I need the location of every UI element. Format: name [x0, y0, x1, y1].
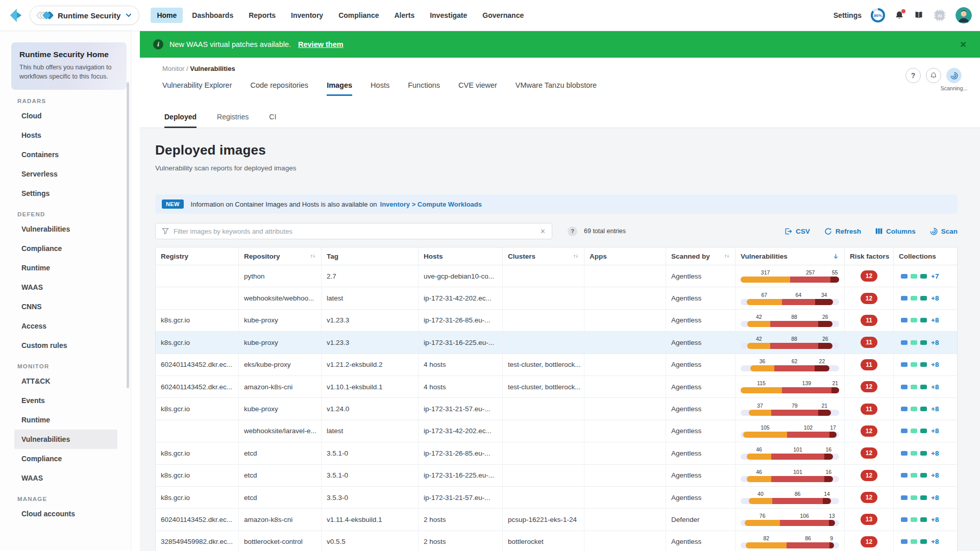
sidebar-item-events[interactable]: Events: [14, 391, 117, 410]
sidebar-item-compliance[interactable]: Compliance: [14, 239, 117, 258]
collections-more-link[interactable]: +8: [931, 383, 939, 391]
filter-help-button[interactable]: ?: [568, 227, 577, 236]
collections-more-link[interactable]: +7: [931, 272, 939, 280]
topnav-item-inventory[interactable]: Inventory: [285, 8, 329, 23]
sidebar-item-settings[interactable]: Settings: [14, 184, 117, 203]
scan-button[interactable]: Scan: [930, 228, 958, 235]
sidebar-item-hosts[interactable]: Hosts: [14, 126, 117, 145]
collections-more-link[interactable]: +8: [931, 516, 939, 523]
risk-factor-badge[interactable]: 12: [861, 470, 877, 481]
tab-hosts[interactable]: Hosts: [371, 81, 389, 96]
ai-assistant-button[interactable]: AI: [933, 9, 946, 22]
risk-factor-badge[interactable]: 12: [861, 536, 877, 547]
topnav-item-compliance[interactable]: Compliance: [332, 8, 385, 23]
subtab-deployed[interactable]: Deployed: [164, 113, 197, 128]
table-row[interactable]: 602401143452.dkr.ec...eks/kube-proxyv1.2…: [156, 354, 957, 376]
docs-button[interactable]: [914, 10, 924, 20]
column-header-scanned-by[interactable]: Scanned by: [666, 247, 736, 265]
filter-input[interactable]: [174, 228, 535, 235]
table-row[interactable]: k8s.gcr.iokube-proxyv1.23.3ip-172-31-26-…: [156, 310, 957, 332]
compute-workloads-link[interactable]: Inventory > Compute Workloads: [380, 201, 482, 208]
risk-factor-badge[interactable]: 11: [861, 337, 877, 348]
table-row[interactable]: k8s.gcr.iokube-proxyv1.23.3ip-172-31-16-…: [156, 332, 957, 354]
risk-factor-badge[interactable]: 12: [861, 293, 877, 304]
columns-button[interactable]: Columns: [875, 228, 916, 235]
risk-factor-badge[interactable]: 13: [861, 514, 877, 525]
sidebar-item-custom-rules[interactable]: Custom rules: [14, 336, 117, 355]
subtab-registries[interactable]: Registries: [217, 113, 249, 128]
risk-factor-badge[interactable]: 12: [861, 381, 877, 392]
sidebar-scrollbar[interactable]: [127, 82, 129, 388]
tab-images[interactable]: Images: [327, 81, 352, 96]
column-header-vulnerabilities[interactable]: Vulnerabilities: [736, 247, 845, 265]
column-header-repository[interactable]: Repository: [239, 247, 322, 265]
scanning-status-button[interactable]: Scanning...: [946, 68, 962, 83]
sidebar-item-vulnerabilities[interactable]: Vulnerabilities: [14, 430, 117, 449]
risk-factor-badge[interactable]: 12: [861, 425, 877, 437]
sidebar-item-serverless[interactable]: Serverless: [14, 164, 117, 184]
settings-link[interactable]: Settings: [834, 11, 862, 19]
sidebar-home-card[interactable]: Runtime Security Home This hub offers yo…: [11, 42, 127, 90]
topnav-item-alerts[interactable]: Alerts: [388, 8, 421, 23]
breadcrumb-parent[interactable]: Monitor: [162, 65, 184, 72]
collections-more-link[interactable]: +8: [931, 538, 939, 545]
table-row[interactable]: 602401143452.dkr.ec...amazon-k8s-cniv1.1…: [156, 509, 957, 531]
table-row[interactable]: k8s.gcr.ioetcd3.5.1-0ip-172-31-26-85.eu-…: [156, 442, 957, 464]
table-row[interactable]: 602401143452.dkr.ec...amazon-k8s-cniv1.1…: [156, 376, 957, 398]
collections-more-link[interactable]: +8: [931, 449, 939, 457]
collections-more-link[interactable]: +8: [931, 494, 939, 502]
sidebar-item-containers[interactable]: Containers: [14, 145, 117, 164]
sidebar-item-access[interactable]: Access: [14, 316, 117, 336]
help-button[interactable]: ?: [905, 68, 921, 83]
collections-more-link[interactable]: +8: [931, 471, 939, 479]
product-switcher[interactable]: Runtime Security: [30, 6, 139, 25]
topnav-item-dashboards[interactable]: Dashboards: [186, 8, 239, 23]
prisma-logo-icon[interactable]: [8, 8, 23, 23]
sidebar-item-compliance[interactable]: Compliance: [14, 449, 117, 468]
risk-factor-badge[interactable]: 12: [861, 447, 877, 459]
tab-vulnerability-explorer[interactable]: Vulnerability Explorer: [162, 81, 232, 96]
alerts-button[interactable]: [926, 68, 941, 83]
notifications-button[interactable]: [894, 10, 904, 20]
sidebar-item-cnns[interactable]: CNNS: [14, 297, 117, 316]
sidebar-item-runtime[interactable]: Runtime: [14, 258, 117, 278]
table-row[interactable]: 328549459982.dkr.ec...bottlerocket-contr…: [156, 531, 957, 551]
csv-button[interactable]: CSV: [785, 228, 810, 235]
sidebar-item-waas[interactable]: WAAS: [14, 468, 117, 488]
sidebar-item-cloud[interactable]: Cloud: [14, 106, 117, 126]
sidebar-item-att-ck[interactable]: ATT&CK: [14, 371, 117, 391]
banner-close-icon[interactable]: ✕: [960, 40, 967, 49]
table-row[interactable]: webhooksite/laravel-e...latestip-172-31-…: [156, 420, 957, 442]
risk-factor-badge[interactable]: 11: [861, 359, 877, 370]
refresh-button[interactable]: Refresh: [824, 228, 861, 235]
tab-functions[interactable]: Functions: [408, 81, 440, 96]
usage-ring[interactable]: 86%: [871, 8, 885, 22]
collections-more-link[interactable]: +8: [931, 427, 939, 435]
sidebar-item-waas[interactable]: WAAS: [14, 278, 117, 297]
topnav-item-governance[interactable]: Governance: [476, 8, 530, 23]
table-row[interactable]: python2.7uve-gcp-debian10-co...Agentless…: [156, 265, 957, 287]
sidebar-item-vulnerabilities[interactable]: Vulnerabilities: [14, 219, 117, 239]
collections-more-link[interactable]: +8: [931, 294, 939, 302]
tab-vmware-tanzu-blobstore[interactable]: VMware Tanzu blobstore: [516, 81, 597, 96]
topnav-item-home[interactable]: Home: [151, 8, 183, 23]
tab-code-repositories[interactable]: Code repositories: [250, 81, 308, 96]
tab-cve-viewer[interactable]: CVE viewer: [458, 81, 497, 96]
risk-factor-badge[interactable]: 12: [861, 492, 877, 503]
collections-more-link[interactable]: +8: [931, 316, 939, 324]
sidebar-item-runtime[interactable]: Runtime: [14, 410, 117, 430]
risk-factor-badge[interactable]: 11: [861, 315, 877, 326]
review-them-link[interactable]: Review them: [298, 40, 344, 48]
collections-more-link[interactable]: +8: [931, 339, 939, 346]
table-row[interactable]: k8s.gcr.ioetcd3.5.3-0ip-172-31-21-57.eu-…: [156, 487, 957, 509]
subtab-ci[interactable]: CI: [269, 113, 276, 128]
user-avatar[interactable]: [955, 7, 972, 23]
risk-factor-badge[interactable]: 11: [861, 404, 877, 415]
table-row[interactable]: k8s.gcr.ioetcd3.5.1-0ip-172-31-16-225.eu…: [156, 465, 957, 487]
sidebar-item-cloud-accounts[interactable]: Cloud accounts: [14, 504, 117, 523]
topnav-item-reports[interactable]: Reports: [242, 8, 282, 23]
topnav-item-investigate[interactable]: Investigate: [424, 8, 473, 23]
clear-filter-icon[interactable]: ✕: [540, 228, 546, 235]
column-header-clusters[interactable]: Clusters: [503, 247, 584, 265]
collections-more-link[interactable]: +8: [931, 405, 939, 413]
